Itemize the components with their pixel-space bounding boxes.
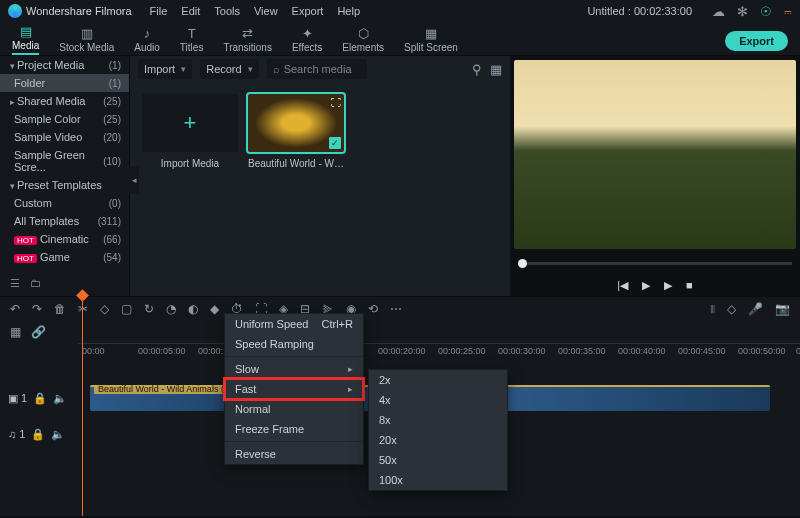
media-grid: + Import Media ⛶ ✓ Beautiful World - Wil… (130, 82, 510, 181)
menu-uniform-speed[interactable]: Uniform SpeedCtrl+R (225, 314, 363, 334)
main-menu: File Edit Tools View Export Help (150, 5, 360, 17)
render-icon[interactable]: ◇ (727, 302, 736, 316)
new-folder-icon[interactable]: 🗀 (30, 277, 41, 290)
sidebar-item-all-templates[interactable]: All Templates(311) (0, 212, 129, 230)
menu-freeze-frame[interactable]: Freeze Frame (225, 419, 363, 439)
snapshot-icon[interactable]: 📷 (775, 302, 790, 316)
marker-icon[interactable]: ◇ (100, 302, 109, 316)
keyframe-icon[interactable]: ◆ (210, 302, 219, 316)
sidebar-item-cinematic[interactable]: HOTCinematic(66) (0, 230, 129, 248)
lock-icon[interactable]: 🔒 (31, 428, 45, 441)
help-icon[interactable] (760, 4, 772, 19)
media-toolbar: Import▾ Record▾ ⌕Search media ⚲ ▦ (130, 56, 510, 82)
mute-icon[interactable]: 🔈 (51, 428, 65, 441)
module-tabs: ▤Media ▥Stock Media ♪Audio TTitles ⇄Tran… (0, 22, 800, 56)
sidebar-item-game[interactable]: HOTGame(54) (0, 248, 129, 266)
fast-4x[interactable]: 4x (369, 390, 507, 410)
sidebar-item-sample-color[interactable]: Sample Color(25) (0, 110, 129, 128)
sidebar-footer: ☰ 🗀 (0, 271, 129, 296)
export-button[interactable]: Export (725, 31, 788, 51)
mixer-icon[interactable]: ⫴ (710, 302, 715, 316)
tab-audio[interactable]: ♪Audio (134, 26, 160, 55)
preview-scrubber[interactable] (518, 262, 792, 265)
cut-icon[interactable]: ✂ (78, 302, 88, 316)
menu-help[interactable]: Help (337, 5, 360, 17)
collapse-sidebar-handle[interactable]: ◂ (129, 166, 139, 194)
menu-slow[interactable]: Slow (225, 359, 363, 379)
scrub-handle[interactable] (518, 259, 527, 268)
voice-icon[interactable]: 🎤 (748, 302, 763, 316)
play-button[interactable]: ▶ (642, 279, 650, 292)
prev-button[interactable]: |◀ (617, 279, 628, 292)
delete-icon[interactable]: 🗑 (54, 302, 66, 316)
tab-elements[interactable]: ⬡Elements (342, 26, 384, 55)
sidebar-item-sample-green[interactable]: Sample Green Scre...(10) (0, 146, 129, 176)
media-clip-tile[interactable]: ⛶ ✓ Beautiful World - Wild A... (248, 94, 344, 169)
fast-50x[interactable]: 50x (369, 450, 507, 470)
playhead[interactable] (82, 297, 83, 516)
grid-view-icon[interactable]: ▦ (490, 62, 502, 77)
timeline-settings-icon[interactable]: ▦ (10, 325, 21, 339)
crop-icon[interactable]: ▢ (121, 302, 132, 316)
menu-export[interactable]: Export (292, 5, 324, 17)
sidebar-item-sample-video[interactable]: Sample Video(20) (0, 128, 129, 146)
chevron-down-icon: ▾ (248, 64, 253, 74)
sync-icon[interactable]: ⟲ (368, 302, 378, 316)
menu-edit[interactable]: Edit (181, 5, 200, 17)
color-icon[interactable]: ◐ (188, 302, 198, 316)
menu-fast[interactable]: Fast (225, 379, 363, 399)
tab-transitions[interactable]: ⇄Transitions (223, 26, 272, 55)
cart-icon[interactable] (784, 4, 792, 19)
timeline-toolbar: ↶ ↷ 🗑 ✂ ◇ ▢ ↻ ◔ ◐ ◆ ⏱ ⛶ ◈ ⊟ ⫸ ◉ ⟲ ⋯ ⫴ ◇ … (0, 297, 800, 321)
tab-split-screen[interactable]: ▦Split Screen (404, 26, 458, 55)
menu-file[interactable]: File (150, 5, 168, 17)
tab-effects[interactable]: ✦Effects (292, 26, 322, 55)
menu-reverse[interactable]: Reverse (225, 444, 363, 464)
menu-speed-ramping[interactable]: Speed Ramping (225, 334, 363, 354)
settings-icon[interactable] (737, 4, 748, 19)
media-panel: ◂ Import▾ Record▾ ⌕Search media ⚲ ▦ + Im… (130, 56, 510, 296)
rotate-icon[interactable]: ↻ (144, 302, 154, 316)
sidebar-item-folder[interactable]: Folder(1) (0, 74, 129, 92)
lock-icon[interactable]: 🔒 (33, 392, 47, 405)
next-button[interactable]: ▶ (664, 279, 672, 292)
menu-normal[interactable]: Normal (225, 399, 363, 419)
video-track-head[interactable]: ▣ 1🔒🔈 (0, 392, 78, 405)
caret-down-icon: ▾ (10, 181, 15, 191)
search-media-input[interactable]: ⌕Search media (267, 59, 368, 79)
speed-icon[interactable]: ◔ (166, 302, 176, 316)
mute-icon[interactable]: 🔈 (53, 392, 67, 405)
caret-right-icon: ▸ (10, 97, 15, 107)
sidebar-item-custom[interactable]: Custom(0) (0, 194, 129, 212)
sidebar-item-preset-templates[interactable]: ▾Preset Templates (0, 176, 129, 194)
import-dropdown[interactable]: Import▾ (138, 59, 192, 79)
fast-20x[interactable]: 20x (369, 430, 507, 450)
link-icon[interactable]: 🔗 (31, 325, 46, 339)
preview-viewport[interactable] (514, 60, 796, 249)
expand-icon[interactable]: ⛶ (331, 97, 341, 108)
redo-icon[interactable]: ↷ (32, 302, 42, 316)
fast-8x[interactable]: 8x (369, 410, 507, 430)
undo-icon[interactable]: ↶ (10, 302, 20, 316)
tab-stock-media[interactable]: ▥Stock Media (59, 26, 114, 55)
menu-view[interactable]: View (254, 5, 278, 17)
folder-tree-icon[interactable]: ☰ (10, 277, 20, 290)
filter-icon[interactable]: ⚲ (472, 62, 482, 77)
more-icon[interactable]: ⋯ (390, 302, 402, 316)
speed-context-menu: Uniform SpeedCtrl+R Speed Ramping Slow F… (224, 313, 364, 465)
fast-100x[interactable]: 100x (369, 470, 507, 490)
cloud-icon[interactable] (712, 4, 725, 19)
split-screen-icon: ▦ (425, 26, 437, 41)
audio-icon: ♪ (144, 26, 151, 41)
sidebar-item-shared-media[interactable]: ▸Shared Media(25) (0, 92, 129, 110)
timeline-ruler[interactable]: 00:00 00:00:05:00 00:00:10:00 00:00:15:0… (78, 343, 800, 367)
sidebar-item-project-media[interactable]: ▾Project Media(1) (0, 56, 129, 74)
fast-2x[interactable]: 2x (369, 370, 507, 390)
tab-titles[interactable]: TTitles (180, 26, 204, 55)
audio-track-head[interactable]: ♫ 1🔒🔈 (0, 428, 78, 441)
record-dropdown[interactable]: Record▾ (200, 59, 258, 79)
stop-button[interactable]: ■ (686, 279, 693, 292)
import-media-tile[interactable]: + Import Media (142, 94, 238, 169)
menu-tools[interactable]: Tools (214, 5, 240, 17)
tab-media[interactable]: ▤Media (12, 24, 39, 55)
